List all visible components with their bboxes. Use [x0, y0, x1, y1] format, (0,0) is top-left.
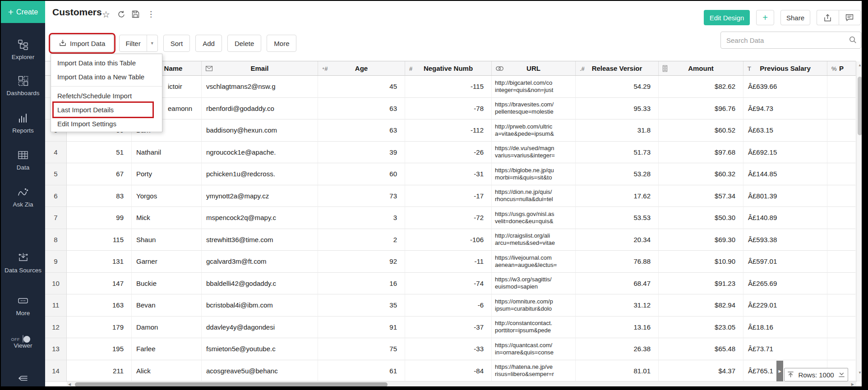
- cell-id[interactable]: 147: [67, 273, 132, 295]
- cell-amount[interactable]: $65.48: [659, 338, 743, 360]
- cell-email[interactable]: rbenfordi@godaddy.co: [202, 98, 318, 120]
- cell-p[interactable]: [827, 119, 856, 142]
- cell-age[interactable]: 60: [318, 163, 405, 185]
- column-header-release-versior[interactable]: .#Release Versior: [576, 61, 659, 75]
- chevron-down-icon[interactable]: ▼: [147, 35, 157, 51]
- cell-amount[interactable]: $50.30: [659, 207, 743, 229]
- column-header-previous-salary[interactable]: TPrevious Salary: [743, 61, 827, 75]
- cell-age[interactable]: 61: [318, 360, 405, 382]
- sidebar-item-ask-zia[interactable]: Ask Zia: [1, 186, 45, 208]
- refresh-icon[interactable]: [117, 10, 125, 20]
- cell-salary[interactable]: Â£639.66: [743, 76, 827, 98]
- cell-release[interactable]: 51.73: [576, 142, 659, 164]
- cell-p[interactable]: [827, 273, 856, 295]
- sidebar-item-explorer[interactable]: Explorer: [1, 39, 45, 61]
- cell-id[interactable]: 83: [67, 185, 132, 207]
- cell-age[interactable]: 63: [318, 119, 405, 142]
- cell-salary[interactable]: Â£265.69: [743, 273, 827, 295]
- cell-salary[interactable]: Â£73.71: [743, 338, 827, 360]
- table-row[interactable]: 14211Alickacosgreave5u@behanc61-84https:…: [45, 360, 856, 382]
- create-button[interactable]: + Create: [1, 1, 45, 23]
- more-options-icon[interactable]: ⋮: [147, 9, 155, 19]
- cell-name[interactable]: Shaun: [132, 229, 202, 251]
- scroll-to-bottom-icon[interactable]: [838, 371, 845, 379]
- cell-name[interactable]: Porty: [132, 163, 202, 185]
- cell-release[interactable]: 26.38: [576, 338, 659, 360]
- sidebar-item-data-sources[interactable]: Data Sources: [1, 252, 45, 274]
- cell-email[interactable]: mspencock2q@mapy.c: [202, 207, 318, 229]
- cell-p[interactable]: [827, 338, 856, 360]
- cell-num[interactable]: 8: [45, 229, 67, 251]
- horizontal-scrollbar[interactable]: ◀ ▶: [67, 381, 856, 386]
- cell-email[interactable]: bbaldelli42@godaddy.c: [202, 273, 318, 295]
- cell-url[interactable]: http://craigslist.org/aliarcu=metus&sed=…: [492, 229, 576, 251]
- cell-release[interactable]: 54.29: [576, 76, 659, 98]
- cell-email[interactable]: fsmieton5e@youtube.c: [202, 338, 318, 360]
- column-header-negative-numb[interactable]: #Negative Numb: [405, 61, 492, 75]
- cell-negative[interactable]: -11: [405, 251, 492, 273]
- cell-p[interactable]: [827, 251, 856, 273]
- scroll-left-icon[interactable]: ◀: [68, 382, 71, 386]
- cell-num[interactable]: 14: [45, 360, 67, 382]
- cell-release[interactable]: 20.34: [576, 229, 659, 251]
- cell-amount[interactable]: $69.30: [659, 229, 743, 251]
- cell-negative[interactable]: -26: [405, 142, 492, 164]
- table-row[interactable]: 683Yorgosymynott2a@mapy.cz73-17https://d…: [45, 185, 856, 207]
- cell-name[interactable]: Mick: [132, 207, 202, 229]
- cell-release[interactable]: 76.88: [576, 251, 659, 273]
- table-row[interactable]: 451Nathanilngroucock1e@apache.39-26https…: [45, 142, 856, 164]
- cell-negative[interactable]: -17: [405, 185, 492, 207]
- cell-salary[interactable]: Â£144.85: [743, 163, 827, 185]
- cell-name[interactable]: Yorgos: [132, 185, 202, 207]
- cell-num[interactable]: 12: [45, 317, 67, 339]
- sidebar-item-data[interactable]: Data: [1, 149, 45, 171]
- cell-id[interactable]: 211: [67, 360, 132, 382]
- cell-id[interactable]: 99: [67, 207, 132, 229]
- cell-salary[interactable]: Â£229.01: [743, 294, 827, 317]
- cell-email[interactable]: gcalvard3m@ft.com: [202, 251, 318, 273]
- cell-email[interactable]: ddavley4y@dagondesi: [202, 317, 318, 339]
- cell-negative[interactable]: -106: [405, 229, 492, 251]
- cell-num[interactable]: 11: [45, 294, 67, 317]
- table-row[interactable]: 11163Bevanbcristobal4i@ibm.com35-6https:…: [45, 294, 856, 317]
- cell-name[interactable]: Bevan: [132, 294, 202, 317]
- cell-email[interactable]: vschlagtmans2@nsw.g: [202, 76, 318, 98]
- cell-num[interactable]: 4: [45, 142, 67, 164]
- export-icon[interactable]: [817, 10, 839, 25]
- collapse-sidebar-button[interactable]: [1, 373, 45, 386]
- cell-url[interactable]: http://bigcartel.com/cointeger=quis&non=…: [492, 76, 576, 98]
- scroll-to-top-icon[interactable]: [787, 371, 794, 379]
- cell-release[interactable]: 17.62: [576, 185, 659, 207]
- cell-email[interactable]: strewhitt36@time.com: [202, 229, 318, 251]
- cell-negative[interactable]: -84: [405, 360, 492, 382]
- cell-email[interactable]: pchicken1u@redcross.: [202, 163, 318, 185]
- cell-num[interactable]: 9: [45, 251, 67, 273]
- cell-name[interactable]: Farlee: [132, 338, 202, 360]
- menu-item-edit-import-settings[interactable]: Edit Import Settings: [51, 117, 162, 131]
- cell-age[interactable]: 73: [318, 185, 405, 207]
- sidebar-item-more[interactable]: More: [1, 295, 45, 317]
- cell-email[interactable]: bcristobal4i@ibm.com: [202, 294, 318, 317]
- cell-amount[interactable]: $82.62: [659, 76, 743, 98]
- scroll-down-icon[interactable]: ▼: [857, 371, 862, 375]
- cell-release[interactable]: 53.53: [576, 207, 659, 229]
- cell-p[interactable]: [827, 229, 856, 251]
- cell-url[interactable]: https://de.vu/sed/magnvarius=varius&inte…: [492, 142, 576, 164]
- import-data-button[interactable]: Import Data: [51, 35, 114, 52]
- table-row[interactable]: 8115Shaunstrewhitt36@time.com2-106http:/…: [45, 229, 856, 251]
- cell-age[interactable]: 75: [318, 338, 405, 360]
- cell-p[interactable]: [827, 185, 856, 207]
- cell-release[interactable]: 31.12: [576, 294, 659, 317]
- cell-url[interactable]: https://dion.ne.jp/quis/rhoncus=nulla&du…: [492, 185, 576, 207]
- cell-email[interactable]: baddisony@hexun.com: [202, 119, 318, 142]
- table-row[interactable]: 335Barribaddisony@hexun.com63-112http://…: [45, 119, 856, 142]
- cell-age[interactable]: 16: [318, 273, 405, 295]
- sidebar-item-dashboards[interactable]: Dashboards: [1, 75, 45, 97]
- cell-email[interactable]: ymynott2a@mapy.cz: [202, 185, 318, 207]
- cell-release[interactable]: 53.28: [576, 163, 659, 185]
- cell-amount[interactable]: $82.94: [659, 294, 743, 317]
- cell-id[interactable]: 163: [67, 294, 132, 317]
- cell-negative[interactable]: -74: [405, 273, 492, 295]
- cell-email[interactable]: ngroucock1e@apache.: [202, 142, 318, 164]
- cell-release[interactable]: 81.01: [576, 360, 659, 382]
